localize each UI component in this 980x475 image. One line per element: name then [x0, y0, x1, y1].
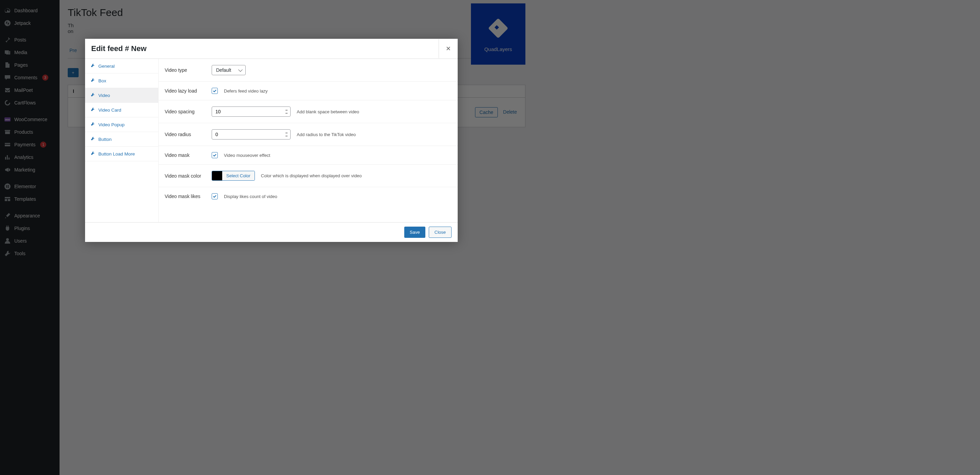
color-picker[interactable]: Select Color — [212, 171, 255, 181]
wrench-icon — [91, 63, 95, 69]
form-label: Video lazy load — [165, 88, 205, 94]
video-mask-likes-checkbox[interactable] — [212, 193, 218, 199]
help-text: Add blank space between video — [297, 109, 360, 114]
modal-tab-label: Box — [98, 78, 106, 83]
video-lazy-checkbox[interactable] — [212, 88, 218, 94]
help-text: Defers feed video lazy — [224, 89, 268, 94]
field-video-mask-color: Video mask color Select Color Color whic… — [159, 165, 458, 187]
form-label: Video spacing — [165, 109, 205, 114]
modal-tab-video-card[interactable]: Video Card — [85, 103, 158, 118]
modal-tab-video[interactable]: Video — [85, 88, 158, 103]
video-radius-input[interactable] — [212, 129, 291, 140]
field-video-spacing: Video spacing Add blank space between vi… — [159, 100, 458, 123]
save-button[interactable]: Save — [404, 227, 425, 238]
modal-tab-label: Button Load More — [98, 151, 135, 157]
field-video-lazy: Video lazy load Defers feed video lazy — [159, 82, 458, 100]
color-swatch — [212, 171, 222, 180]
modal-title: Edit feed # New — [85, 39, 153, 59]
help-text: Add radius to the TikTok video — [297, 132, 356, 137]
wrench-icon — [91, 137, 95, 142]
modal-tab-button-load-more[interactable]: Button Load More — [85, 147, 158, 161]
select-color-button[interactable]: Select Color — [222, 171, 255, 180]
modal-sidebar: General Box Video Video Card Video Popup… — [85, 59, 159, 222]
help-text: Video mouseover effect — [224, 153, 270, 158]
video-type-select[interactable]: Default — [212, 65, 246, 75]
modal-tab-label: Button — [98, 137, 111, 142]
close-button[interactable]: Close — [429, 227, 452, 238]
edit-feed-modal: Edit feed # New ✕ General Box Video Vide… — [85, 39, 458, 242]
video-spacing-input[interactable] — [212, 106, 291, 117]
modal-footer: Save Close — [85, 222, 458, 242]
modal-header: Edit feed # New ✕ — [85, 39, 458, 59]
check-icon — [212, 153, 217, 157]
modal-tab-video-popup[interactable]: Video Popup — [85, 118, 158, 132]
modal-tab-label: Video Popup — [98, 122, 124, 127]
wrench-icon — [91, 122, 95, 127]
check-icon — [212, 194, 217, 199]
wrench-icon — [91, 92, 95, 98]
form-label: Video mask likes — [165, 194, 205, 199]
form-label: Video mask — [165, 153, 205, 158]
modal-tab-general[interactable]: General — [85, 59, 158, 73]
field-video-mask-likes: Video mask likes Display likes count of … — [159, 187, 458, 205]
modal-tab-label: General — [98, 64, 115, 69]
form-label: Video type — [165, 67, 205, 73]
modal-tab-box[interactable]: Box — [85, 73, 158, 88]
close-icon: ✕ — [446, 45, 451, 52]
help-text: Display likes count of video — [224, 194, 277, 199]
wrench-icon — [91, 78, 95, 83]
help-text: Color which is displayed when displayed … — [261, 173, 362, 178]
form-label: Video mask color — [165, 173, 205, 179]
modal-form: Video type Default Video lazy load Defer… — [159, 59, 458, 222]
modal-close-button[interactable]: ✕ — [439, 39, 458, 58]
form-label: Video radius — [165, 132, 205, 137]
modal-tab-label: Video Card — [98, 108, 121, 113]
wrench-icon — [91, 107, 95, 113]
field-video-type: Video type Default — [159, 59, 458, 82]
video-mask-checkbox[interactable] — [212, 152, 218, 158]
check-icon — [212, 89, 217, 93]
modal-tab-label: Video — [98, 93, 110, 98]
modal-tab-button[interactable]: Button — [85, 132, 158, 147]
select-value: Default — [216, 67, 231, 73]
field-video-radius: Video radius Add radius to the TikTok vi… — [159, 123, 458, 146]
field-video-mask: Video mask Video mouseover effect — [159, 146, 458, 165]
wrench-icon — [91, 151, 95, 157]
